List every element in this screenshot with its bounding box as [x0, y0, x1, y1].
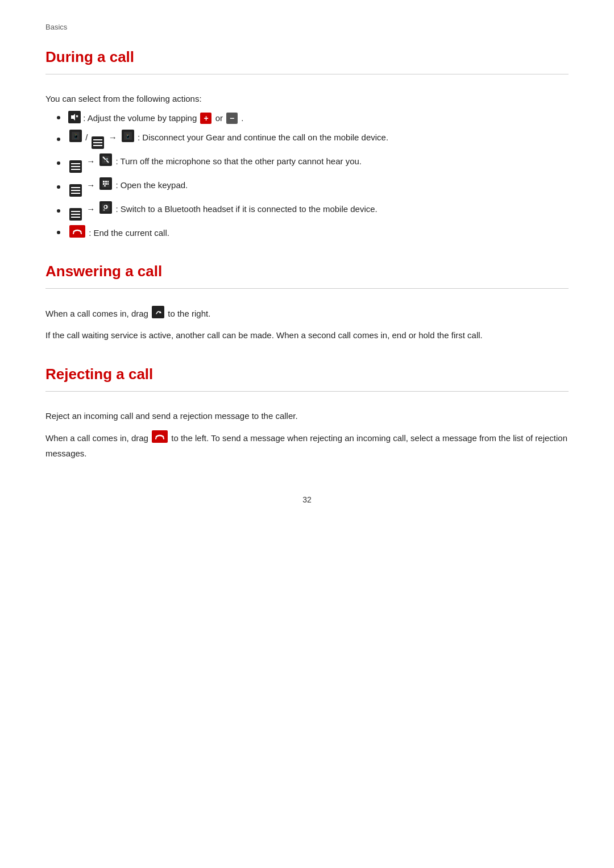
keypad-icon — [99, 177, 112, 190]
svg-rect-17 — [104, 185, 106, 186]
answer-drag-icon — [152, 306, 164, 318]
svg-rect-13 — [107, 181, 109, 182]
svg-rect-21 — [71, 227, 84, 236]
bullet-dot — [57, 209, 60, 213]
bullet-bluetooth-content: → : Switch to a Bluetooth headset if it … — [68, 201, 377, 221]
svg-rect-11 — [103, 181, 105, 182]
section-answering-a-call: Answering a call When a call comes in, d… — [45, 263, 569, 343]
bullet-dot — [57, 161, 60, 165]
menu-icon-3 — [69, 184, 82, 197]
reject-drag-icon — [152, 430, 168, 443]
bullet-disconnect-content: 📱 / → 📱 : Disconnect your Gear and co — [68, 130, 388, 149]
bullet-volume: : Adjust the volume by tapping + or − . — [57, 111, 569, 125]
svg-rect-15 — [105, 183, 107, 185]
bullet-dot — [57, 231, 60, 234]
breadcrumb: Basics — [45, 23, 569, 31]
svg-line-23 — [81, 231, 81, 234]
section-intro: You can select from the following action… — [45, 92, 569, 106]
svg-text:📱: 📱 — [73, 132, 80, 139]
bullet-dot — [57, 138, 60, 141]
svg-rect-26 — [154, 432, 166, 441]
bullet-end-call-content: : End the current call. — [68, 225, 169, 240]
rejecting-paragraph-2: When a call comes in, drag to the left. … — [45, 430, 569, 461]
svg-rect-14 — [103, 183, 105, 185]
section-title-answering: Answering a call — [45, 263, 569, 280]
plus-icon: + — [200, 113, 211, 124]
svg-line-27 — [156, 437, 156, 439]
bullet-keypad: → : Open the keypad. — [57, 177, 569, 197]
bullet-mute: → 🎤 : Turn off the microphone so that th… — [57, 153, 569, 173]
end-call-icon — [69, 225, 85, 238]
during-call-bullets: : Adjust the volume by tapping + or − . … — [57, 111, 569, 240]
rejecting-paragraph-1: Reject an incoming call and send a rejec… — [45, 409, 569, 423]
svg-line-22 — [73, 231, 74, 234]
svg-line-28 — [163, 437, 164, 439]
section-during-a-call: During a call You can select from the fo… — [45, 48, 569, 240]
svg-rect-16 — [107, 183, 109, 185]
section-divider — [45, 391, 569, 392]
section-title-during-a-call: During a call — [45, 48, 569, 66]
bullet-dot — [57, 185, 60, 189]
menu-icon-2 — [69, 160, 82, 173]
volume-icon — [68, 111, 81, 123]
bullet-dot — [57, 116, 60, 119]
menu-icon-1 — [92, 136, 104, 149]
section-title-rejecting: Rejecting a call — [45, 366, 569, 383]
mic-off-icon: 🎤 — [99, 153, 112, 166]
section-rejecting-a-call: Rejecting a call Reject an incoming call… — [45, 366, 569, 461]
menu-icon-4 — [69, 208, 82, 221]
section-divider — [45, 74, 569, 74]
bullet-bluetooth: → : Switch to a Bluetooth headset if it … — [57, 201, 569, 221]
minus-icon: − — [226, 113, 238, 124]
svg-text:🎤: 🎤 — [103, 157, 109, 163]
svg-text:📱: 📱 — [125, 133, 131, 139]
answering-paragraph-2: If the call waiting service is active, a… — [45, 328, 569, 343]
svg-marker-0 — [71, 114, 75, 121]
phone-icon-1: 📱 — [122, 130, 134, 142]
bullet-mute-content: → 🎤 : Turn off the microphone so that th… — [68, 153, 362, 173]
bullet-end-call: : End the current call. — [57, 225, 569, 240]
bullet-disconnect: 📱 / → 📱 : Disconnect your Gear and co — [57, 130, 569, 149]
section-divider — [45, 288, 569, 289]
svg-rect-12 — [105, 181, 107, 182]
bullet-keypad-content: → : Open the keypad. — [68, 177, 188, 197]
answering-paragraph-1: When a call comes in, drag to the right. — [45, 306, 569, 321]
page-number: 32 — [45, 495, 569, 504]
gear-phone-icon: 📱 — [69, 130, 82, 142]
bullet-volume-content: : Adjust the volume by tapping + or − . — [68, 111, 244, 125]
bluetooth-headset-icon — [99, 201, 112, 214]
svg-rect-18 — [102, 203, 110, 211]
